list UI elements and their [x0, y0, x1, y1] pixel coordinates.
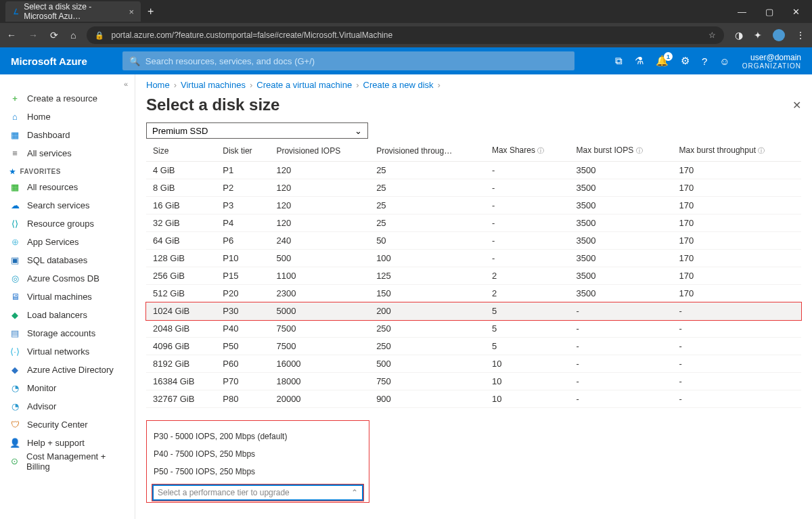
search-placeholder: Search resources, services, and docs (G+… [145, 56, 315, 66]
sidebar-item-cost-management-billing[interactable]: ⊙Cost Management + Billing [0, 452, 135, 470]
reload-icon[interactable]: ⟳ [50, 30, 58, 41]
forward-icon[interactable]: → [28, 30, 38, 41]
table-cell: P80 [216, 390, 269, 408]
menu-icon[interactable]: ⋮ [796, 30, 805, 41]
url-input[interactable]: 🔒 portal.azure.com/?feature.customportal… [87, 26, 724, 44]
cloud-shell-icon[interactable]: ⧉ [615, 55, 623, 67]
table-row[interactable]: 128 GiBP10500100-3500170 [146, 250, 801, 267]
sidebar-item-azure-cosmos-db[interactable]: ◎Azure Cosmos DB [0, 269, 135, 288]
back-icon[interactable]: ← [7, 30, 16, 41]
info-icon[interactable]: ⓘ [758, 147, 765, 154]
breadcrumb-link[interactable]: Home [146, 80, 170, 90]
info-icon[interactable]: ⓘ [636, 147, 643, 154]
table-row[interactable]: 2048 GiBP4075002505-- [146, 320, 801, 338]
browser-address-bar: ← → ⟳ ⌂ 🔒 portal.azure.com/?feature.cust… [0, 23, 812, 47]
breadcrumb-link[interactable]: Create a virtual machine [256, 80, 352, 90]
sidebar-item-search-services[interactable]: ☁Search services [0, 196, 135, 215]
incognito-icon[interactable]: ◑ [735, 30, 743, 41]
sidebar-item-load-balancers[interactable]: ◆Load balancers [0, 306, 135, 324]
user-menu[interactable]: user@domain ORGANIZATION [742, 53, 801, 70]
sidebar-item-create-a-resource[interactable]: +Create a resource [0, 89, 135, 108]
performance-tier-option[interactable]: P30 - 5000 IOPS, 200 Mbps (default) [152, 428, 363, 445]
brand[interactable]: Microsoft Azure [11, 55, 87, 67]
table-cell: 120 [269, 215, 369, 232]
profile-icon[interactable] [773, 29, 785, 41]
table-row[interactable]: 32 GiBP412025-3500170 [146, 215, 801, 232]
close-window-icon[interactable]: ✕ [792, 7, 800, 17]
star-icon[interactable]: ☆ [708, 30, 716, 40]
sidebar-item-label: Home [27, 112, 51, 122]
table-row[interactable]: 4 GiBP112025-3500170 [146, 162, 801, 179]
minimize-icon[interactable]: — [738, 7, 746, 17]
table-cell: - [569, 320, 672, 338]
sidebar-item-security-center[interactable]: 🛡Security Center [0, 415, 135, 434]
sidebar-item-storage-accounts[interactable]: ▤Storage accounts [0, 324, 135, 342]
ic-adv-icon: ◔ [9, 401, 20, 412]
table-row[interactable]: 16384 GiBP701800075010-- [146, 373, 801, 390]
table-row[interactable]: 8192 GiBP601600050010-- [146, 355, 801, 373]
sidebar-item-help-support[interactable]: 👤Help + support [0, 434, 135, 452]
table-row[interactable]: 256 GiBP15110012523500170 [146, 267, 801, 285]
table-header[interactable]: Max Shares ⓘ [485, 140, 570, 162]
sidebar-item-label: Security Center [27, 420, 88, 430]
table-header[interactable]: Max burst IOPS ⓘ [569, 140, 672, 162]
sidebar-collapse-icon[interactable]: « [0, 78, 135, 89]
sidebar-item-advisor[interactable]: ◔Advisor [0, 397, 135, 415]
sidebar-item-sql-databases[interactable]: ▣SQL databases [0, 251, 135, 269]
scroll-area[interactable]: Premium SSD ⌄ SizeDisk tierProvisioned I… [135, 122, 812, 519]
global-search-input[interactable]: 🔍 Search resources, services, and docs (… [122, 51, 574, 70]
sidebar-item-home[interactable]: ⌂Home [0, 108, 135, 126]
sidebar-item-label: Virtual machines [27, 292, 92, 302]
maximize-icon[interactable]: ▢ [765, 7, 773, 17]
sidebar-item-all-resources[interactable]: ▦All resources [0, 178, 135, 196]
new-tab-button[interactable]: + [148, 5, 154, 18]
table-header[interactable]: Size [146, 140, 216, 162]
table-row[interactable]: 1024 GiBP3050002005-- [146, 302, 801, 320]
performance-tier-option[interactable]: P40 - 7500 IOPS, 250 Mbps [152, 445, 363, 463]
table-cell: 120 [269, 197, 369, 215]
sidebar-item-label: Advisor [27, 401, 56, 411]
performance-tier-option[interactable]: P50 - 7500 IOPS, 250 Mbps [152, 463, 363, 480]
sidebar-item-dashboard[interactable]: ▦Dashboard [0, 126, 135, 144]
sidebar-item-app-services[interactable]: ⊕App Services [0, 233, 135, 251]
table-cell: 5 [485, 302, 570, 320]
sidebar-item-all-services[interactable]: ≡All services [0, 144, 135, 162]
table-row[interactable]: 64 GiBP624050-3500170 [146, 232, 801, 250]
ic-res-icon: ⟨⟩ [9, 219, 20, 229]
directory-filter-icon[interactable]: ⚗ [635, 55, 644, 67]
info-icon[interactable]: ⓘ [537, 147, 544, 154]
close-tab-icon[interactable]: × [129, 7, 134, 17]
table-cell: - [673, 302, 801, 320]
home-icon[interactable]: ⌂ [70, 30, 76, 41]
chevron-right-icon: › [352, 80, 363, 90]
breadcrumb-link[interactable]: Virtual machines [181, 80, 246, 90]
breadcrumb-link[interactable]: Create a new disk [363, 80, 434, 90]
disk-size-table: SizeDisk tierProvisioned IOPSProvisioned… [146, 140, 801, 408]
sidebar-item-virtual-networks[interactable]: ⟨·⟩Virtual networks [0, 342, 135, 361]
extensions-icon[interactable]: ✦ [754, 30, 762, 41]
disk-type-select[interactable]: Premium SSD ⌄ [146, 122, 368, 139]
ic-dash-icon: ▦ [9, 130, 20, 141]
browser-tab[interactable]: Select a disk size - Microsoft Azu… × [5, 1, 141, 22]
table-cell: - [485, 162, 570, 179]
performance-tier-select[interactable]: Select a performance tier to upgrade ⌃ [152, 484, 363, 501]
table-header[interactable]: Max burst throughput ⓘ [673, 140, 801, 162]
sidebar-item-resource-groups[interactable]: ⟨⟩Resource groups [0, 215, 135, 233]
table-header[interactable]: Provisioned IOPS [269, 140, 369, 162]
close-blade-icon[interactable]: ✕ [792, 99, 801, 112]
sidebar-item-virtual-machines[interactable]: 🖥Virtual machines [0, 288, 135, 306]
table-row[interactable]: 8 GiBP212025-3500170 [146, 179, 801, 197]
table-row[interactable]: 512 GiBP20230015023500170 [146, 285, 801, 302]
table-row[interactable]: 16 GiBP312025-3500170 [146, 197, 801, 215]
table-header[interactable]: Provisioned throug… [369, 140, 485, 162]
table-header[interactable]: Disk tier [216, 140, 269, 162]
sidebar-item-label: All services [27, 148, 72, 158]
sidebar-item-monitor[interactable]: ◔Monitor [0, 379, 135, 397]
help-icon[interactable]: ? [702, 55, 707, 67]
table-row[interactable]: 32767 GiBP802000090010-- [146, 390, 801, 408]
notifications-icon[interactable]: 🔔1 [656, 55, 669, 67]
settings-icon[interactable]: ⚙ [681, 55, 690, 67]
feedback-icon[interactable]: ☺ [719, 55, 729, 67]
sidebar-item-azure-active-directory[interactable]: ◆Azure Active Directory [0, 361, 135, 379]
table-row[interactable]: 4096 GiBP5075002505-- [146, 338, 801, 355]
